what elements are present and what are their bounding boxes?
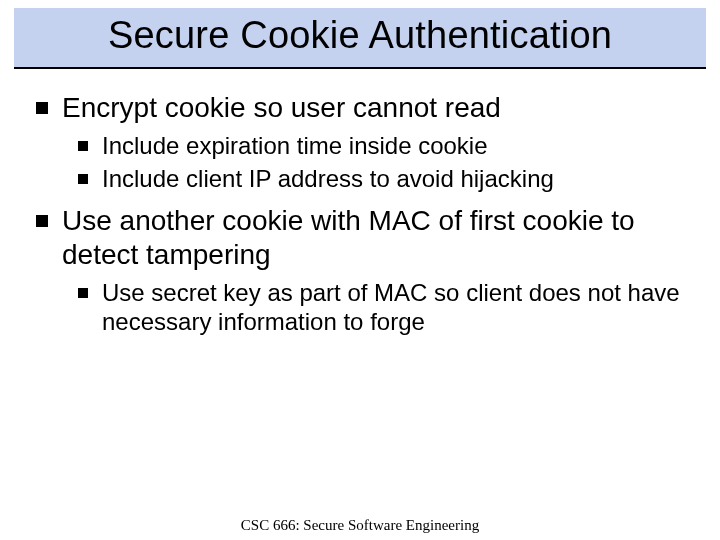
bullet-text: Include client IP address to avoid hijac… [102,165,554,192]
sub-bullet-list: Include expiration time inside cookie In… [62,131,686,194]
slide-title: Secure Cookie Authentication [24,14,696,57]
bullet-text: Encrypt cookie so user cannot read [62,92,501,123]
slide: Secure Cookie Authentication Encrypt coo… [0,8,720,540]
slide-footer: CSC 666: Secure Software Engineering [0,517,720,534]
list-item: Use secret key as part of MAC so client … [76,278,686,337]
slide-content: Encrypt cookie so user cannot read Inclu… [0,69,720,337]
bullet-text: Use another cookie with MAC of first coo… [62,205,635,270]
list-item: Include expiration time inside cookie [76,131,686,160]
list-item: Use another cookie with MAC of first coo… [34,204,686,337]
bullet-list: Encrypt cookie so user cannot read Inclu… [34,91,686,337]
list-item: Encrypt cookie so user cannot read Inclu… [34,91,686,194]
list-item: Include client IP address to avoid hijac… [76,164,686,193]
sub-bullet-list: Use secret key as part of MAC so client … [62,278,686,337]
bullet-text: Use secret key as part of MAC so client … [102,279,680,335]
bullet-text: Include expiration time inside cookie [102,132,488,159]
title-box: Secure Cookie Authentication [14,8,706,69]
